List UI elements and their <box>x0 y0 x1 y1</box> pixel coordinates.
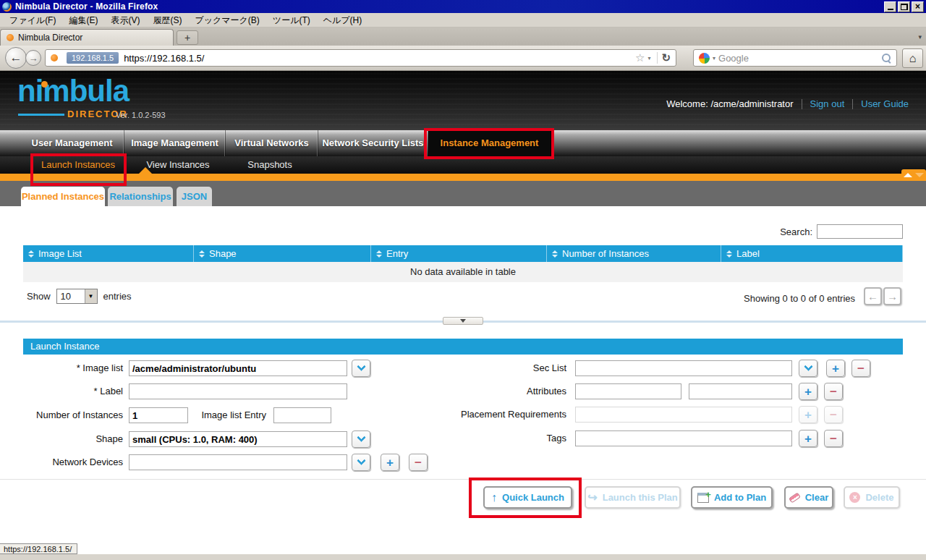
column-number-of-instances[interactable]: Number of Instances <box>547 245 721 262</box>
select-caret-icon[interactable]: ▼ <box>85 289 97 303</box>
restore-button[interactable] <box>898 1 910 12</box>
menu-tools[interactable]: ツール(T) <box>266 13 317 27</box>
list-all-tabs-icon[interactable]: ▾ <box>918 33 922 41</box>
version-text: Ver. 1.0.2-593 <box>116 111 166 119</box>
network-devices-remove-button[interactable]: − <box>409 454 428 471</box>
page-size-select[interactable]: 10 ▼ <box>56 289 98 304</box>
placement-requirements-input <box>575 407 792 423</box>
sec-list-remove-button[interactable]: − <box>851 360 870 377</box>
paging-status: Showing 0 to 0 of 0 entries <box>744 293 855 304</box>
main-nav: User Management Image Management Virtual… <box>0 130 926 156</box>
new-tab-button[interactable]: + <box>177 30 198 45</box>
sec-list-input[interactable] <box>575 360 792 376</box>
show-label: Show <box>27 291 51 302</box>
bookmark-caret-icon[interactable]: ▾ <box>647 55 650 61</box>
title-bar: Nimbula Director - Mozilla Firefox × <box>0 0 926 13</box>
column-image-list[interactable]: Image List <box>23 245 194 262</box>
browser-tab[interactable]: Nimbula Director <box>0 29 174 46</box>
site-identity-badge[interactable]: 192.168.1.5 <box>67 52 119 64</box>
network-devices-dropdown-button[interactable] <box>352 454 370 471</box>
nav-image-management[interactable]: Image Management <box>124 130 226 156</box>
url-bar[interactable]: 192.168.1.5 https://192.168.1.5/ ☆ ▾ ↻ <box>45 49 676 67</box>
subnav-launch-instances[interactable]: Launch Instances <box>30 156 126 174</box>
network-devices-input[interactable] <box>129 454 347 470</box>
sec-list-dropdown-button[interactable] <box>799 360 817 377</box>
status-bar <box>0 553 926 560</box>
menu-history[interactable]: 履歴(S) <box>146 13 188 27</box>
network-devices-add-button[interactable]: + <box>381 454 399 471</box>
network-devices-label: Network Devices <box>7 457 123 467</box>
bookmark-star-icon[interactable]: ☆ <box>635 51 645 64</box>
next-page-button[interactable]: → <box>883 287 901 305</box>
clear-button[interactable]: Clear <box>784 486 833 509</box>
tags-add-button[interactable]: + <box>799 430 817 447</box>
menu-view[interactable]: 表示(V) <box>104 13 146 27</box>
tab-json[interactable]: JSON <box>177 187 212 206</box>
label-input[interactable] <box>129 383 347 399</box>
tags-label: Tags <box>458 433 566 444</box>
image-list-entry-input[interactable] <box>273 407 331 423</box>
welcome-bar: Welcome: /acme/administrator Sign out Us… <box>666 98 909 109</box>
minimize-button[interactable] <box>884 1 896 12</box>
close-button[interactable]: × <box>912 1 924 12</box>
minus-icon: − <box>830 409 837 421</box>
previous-page-button[interactable]: ← <box>864 287 882 305</box>
nav-instance-management[interactable]: Instance Management <box>428 130 551 156</box>
nav-network-security-lists[interactable]: Network Security Lists <box>318 130 428 156</box>
tags-remove-button[interactable]: − <box>824 430 843 447</box>
subnav-view-instances[interactable]: View Instances <box>145 156 211 174</box>
tab-relationships[interactable]: Relationships <box>108 187 173 206</box>
tags-input[interactable] <box>575 430 792 446</box>
nav-virtual-networks[interactable]: Virtual Networks <box>226 130 318 156</box>
image-list-label: * Image list <box>7 362 123 373</box>
attributes-key-input[interactable] <box>575 383 681 399</box>
search-magnifier-icon[interactable] <box>881 53 891 63</box>
delete-x-icon: × <box>849 492 860 503</box>
google-engine-icon[interactable] <box>699 53 710 64</box>
firefox-window: Nimbula Director - Mozilla Firefox × ファイ… <box>0 0 926 560</box>
shape-dropdown-button[interactable] <box>352 430 370 448</box>
back-button[interactable]: ← <box>5 47 27 69</box>
nav-user-management[interactable]: User Management <box>20 130 124 156</box>
forward-button[interactable]: → <box>25 50 41 66</box>
chevron-down-icon <box>357 362 366 371</box>
table-search-row: Search: <box>780 224 903 239</box>
menu-bookmarks[interactable]: ブックマーク(B) <box>188 13 266 27</box>
column-label[interactable]: Label <box>721 245 903 262</box>
column-entry[interactable]: Entry <box>371 245 547 262</box>
previous-arrow-icon: ← <box>867 290 878 302</box>
menu-file[interactable]: ファイル(F) <box>3 13 62 27</box>
reload-icon[interactable]: ↻ <box>661 51 671 64</box>
url-text[interactable]: https://192.168.1.5/ <box>124 53 204 64</box>
menu-help[interactable]: ヘルプ(H) <box>317 13 369 27</box>
menu-edit[interactable]: 編集(E) <box>62 13 104 27</box>
column-shape[interactable]: Shape <box>194 245 371 262</box>
sec-list-add-button[interactable]: + <box>826 360 845 377</box>
web-search-box[interactable]: ▾ <box>693 49 897 67</box>
add-to-plan-button[interactable]: Add to Plan <box>691 486 773 509</box>
image-list-dropdown-button[interactable] <box>352 360 370 377</box>
table-search-input[interactable] <box>817 224 903 239</box>
link-preview-tooltip: https://192.168.1.5/ <box>0 543 77 554</box>
sort-icon <box>726 250 732 258</box>
sort-icon <box>28 250 34 258</box>
shape-input[interactable] <box>129 431 347 447</box>
tab-planned-instances[interactable]: Planned Instances <box>21 187 105 206</box>
home-button[interactable]: ⌂ <box>902 48 923 68</box>
back-arrow-icon: ← <box>10 51 22 65</box>
plus-icon: + <box>804 409 812 421</box>
image-list-input[interactable] <box>129 360 347 376</box>
attributes-remove-button[interactable]: − <box>824 383 843 400</box>
user-guide-link[interactable]: User Guide <box>861 98 909 109</box>
panel-collapse-control[interactable] <box>901 169 926 181</box>
attributes-value-input[interactable] <box>689 383 792 399</box>
minus-icon: − <box>857 362 865 375</box>
web-search-input[interactable] <box>718 53 881 64</box>
quick-launch-button[interactable]: ↑ Quick Launch <box>483 486 572 509</box>
attributes-label: Attributes <box>458 386 566 396</box>
attributes-add-button[interactable]: + <box>799 383 817 400</box>
sign-out-link[interactable]: Sign out <box>810 98 845 109</box>
engine-caret-icon[interactable]: ▾ <box>713 55 715 61</box>
panel-divider-handle[interactable] <box>443 317 483 325</box>
subnav-snapshots[interactable]: Snapshots <box>245 156 295 174</box>
